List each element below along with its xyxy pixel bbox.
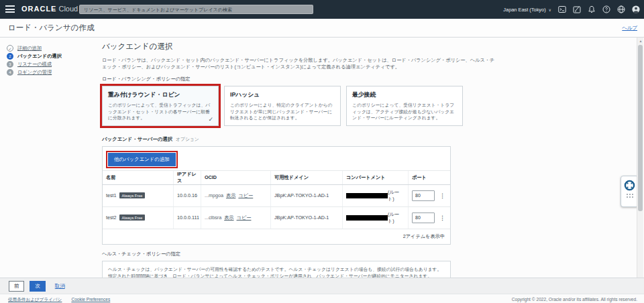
oracle-cloud-logo: ORACLECloud: [21, 5, 78, 13]
add-backends-button[interactable]: 他のバックエンドの追加: [108, 153, 176, 166]
policy-section-label: ロード・バランシング・ポリシーの指定: [102, 76, 504, 82]
cell-compartment: (ルート): [342, 207, 408, 229]
cloud-shell-icon[interactable]: [557, 5, 566, 14]
footer-links: 使用条件およびプライバシ Cookie Preferences: [8, 297, 110, 303]
cell-name: test1 Always Free: [103, 185, 173, 206]
cell-availability-domain: JBpK:AP-TOKYO-1-AD-1: [270, 207, 342, 229]
help-link[interactable]: ヘルプ: [622, 25, 637, 32]
cell-ocid: ...mpgoa 表示 コピー: [201, 185, 270, 206]
drag-dots-icon: [626, 194, 634, 198]
cell-ip: 10.0.0.16: [173, 185, 201, 206]
col-header-port: ポート: [408, 171, 450, 184]
step-label: バックエンドの選択: [17, 53, 62, 60]
previous-button[interactable]: 前: [9, 281, 24, 292]
logo-cloud: Cloud: [58, 5, 78, 13]
col-header-name: 名前: [103, 171, 173, 184]
table-row: test1 Always Free 10.0.0.16 ...mpgoa 表示 …: [103, 185, 450, 206]
backends-table-header: 名前 IPアドレス OCID 可用性ドメイン コンパートメント ポート: [103, 170, 450, 185]
page-title: ロード・バランサの作成: [8, 23, 94, 33]
copyright-text: Copyright © 2022, Oracle and/or its affi…: [512, 297, 637, 302]
show-link[interactable]: 表示: [226, 192, 235, 199]
backend-name: test1: [106, 192, 117, 198]
step-number: 2: [7, 53, 13, 60]
hamburger-menu-icon[interactable]: [5, 5, 15, 13]
ocid-value: ...clbsra: [205, 215, 221, 221]
section-description: ロード・バランサは、バックエンド・セット内のバックエンド・サーバーにトラフィック…: [102, 57, 499, 71]
policy-description: このポリシーによって、受信リクエスト・トラフィックは、アクティブ接続が最も少ない…: [352, 102, 457, 121]
cell-compartment: (ルート): [342, 185, 408, 206]
next-button[interactable]: 次: [30, 281, 45, 292]
cookie-preferences-link[interactable]: Cookie Preferences: [71, 297, 110, 303]
policy-description: このポリシーによって、受信トラフィックは、バックエンド・セット・リストの各サーバ…: [108, 102, 213, 121]
notifications-bell-icon[interactable]: [587, 5, 596, 14]
cell-name: test2 Always Free: [103, 207, 173, 229]
announcements-icon[interactable]: [572, 5, 581, 14]
region-label: Japan East (Tokyo): [503, 7, 545, 13]
health-section-label: ヘルス・チェック・ポリシーの指定: [102, 251, 504, 257]
step-number: 4: [7, 69, 13, 76]
policy-card-least-connections[interactable]: 最少接続 このポリシーによって、受信リクエスト・トラフィックは、アクティブ接続が…: [346, 86, 463, 126]
topbar-right-cluster: Japan East (Tokyo) ∨: [503, 0, 640, 19]
copy-link[interactable]: コピー: [237, 215, 252, 221]
port-input[interactable]: [412, 190, 435, 201]
global-search-input[interactable]: [79, 5, 313, 14]
compartment-suffix: (ルート): [388, 211, 405, 225]
row-actions-kebab-icon[interactable]: ⋮: [438, 192, 447, 199]
table-item-count: 2アイテムを表示中: [103, 229, 450, 244]
redacted-bar: [346, 215, 388, 221]
life-ring-icon: [624, 180, 635, 191]
wizard-step-manage-logging[interactable]: 4 ロギングの管理: [7, 69, 62, 76]
col-header-ad: 可用性ドメイン: [270, 171, 342, 184]
logo-oracle: ORACLE: [21, 5, 56, 13]
copy-link[interactable]: コピー: [238, 192, 253, 199]
table-row: test2 Always Free 10.0.0.111 ...clbsra 表…: [103, 206, 450, 229]
backends-toolbar: 他のバックエンドの追加: [103, 147, 450, 170]
policy-cards: 重み付けラウンド・ロビン このポリシーによって、受信トラフィックは、バックエンド…: [102, 86, 464, 126]
compartment-suffix: (ルート): [388, 189, 405, 202]
cell-port: ⋮: [408, 207, 450, 229]
globe-icon[interactable]: [616, 5, 625, 14]
wizard-action-bar: 前 次 取消: [0, 278, 644, 294]
main-content: バックエンドの選択 ロード・バランサは、バックエンド・セット内のバックエンド・サ…: [102, 40, 504, 303]
wizard-step-add-details[interactable]: ✓ 詳細の追加: [7, 45, 62, 52]
support-widget[interactable]: [621, 176, 639, 207]
scroll-up-arrow-icon[interactable]: ▲: [637, 38, 644, 44]
wizard-steps: ✓ 詳細の追加 2 バックエンドの選択 3 リスナーの構成 4 ロギングの管理: [7, 45, 62, 77]
always-free-badge: Always Free: [119, 215, 146, 221]
col-header-ocid: OCID: [201, 171, 270, 184]
terms-privacy-link[interactable]: 使用条件およびプライバシ: [8, 297, 62, 303]
step-done-check-icon: ✓: [7, 45, 13, 52]
oci-console-page: ORACLECloud Japan East (Tokyo) ∨: [0, 0, 644, 303]
redacted-bar: [346, 193, 388, 198]
page-title-bar: ロード・バランサの作成 ヘルプ: [0, 19, 644, 38]
show-link[interactable]: 表示: [224, 215, 233, 221]
port-input[interactable]: [412, 213, 435, 223]
selected-check-icon: ✓: [208, 116, 213, 123]
region-selector[interactable]: Japan East (Tokyo) ∨: [503, 7, 551, 13]
optional-hint: オプション: [176, 136, 199, 143]
row-actions-kebab-icon[interactable]: ⋮: [438, 215, 447, 221]
cancel-link[interactable]: 取消: [55, 283, 65, 290]
backend-label-text: バックエンド・サーバーの選択: [102, 136, 172, 143]
policy-card-weighted-round-robin[interactable]: 重み付けラウンド・ロビン このポリシーによって、受信トラフィックは、バックエンド…: [102, 86, 219, 126]
backend-name: test2: [106, 215, 117, 221]
policy-description: このポリシーにより、特定のクライアントからのリクエストが常に同じバックエンド・サ…: [230, 102, 335, 121]
wizard-step-configure-listener[interactable]: 3 リスナーの構成: [7, 61, 62, 68]
step-number: 3: [7, 61, 13, 68]
always-free-badge: Always Free: [119, 192, 146, 198]
scrollbar-thumb[interactable]: [638, 45, 643, 211]
cell-port: ⋮: [408, 185, 450, 206]
policy-card-ip-hash[interactable]: IPハッシュ このポリシーにより、特定のクライアントからのリクエストが常に同じバ…: [224, 86, 341, 126]
scrollbar-track[interactable]: ▲: [637, 38, 643, 278]
backends-panel: 他のバックエンドの追加 名前 IPアドレス OCID 可用性ドメイン コンパート…: [102, 146, 451, 245]
topbar: ORACLECloud Japan East (Tokyo) ∨: [0, 0, 644, 19]
help-circle-icon[interactable]: [602, 5, 610, 14]
col-header-compartment: コンパートメント: [342, 171, 408, 184]
ocid-value: ...mpgoa: [205, 192, 223, 198]
step-label: ロギングの管理: [17, 69, 52, 76]
cell-ip: 10.0.0.111: [173, 207, 201, 229]
user-avatar[interactable]: [631, 5, 640, 14]
step-label: 詳細の追加: [17, 45, 42, 52]
policy-title: IPハッシュ: [230, 91, 335, 99]
wizard-step-choose-backends[interactable]: 2 バックエンドの選択: [7, 53, 62, 60]
